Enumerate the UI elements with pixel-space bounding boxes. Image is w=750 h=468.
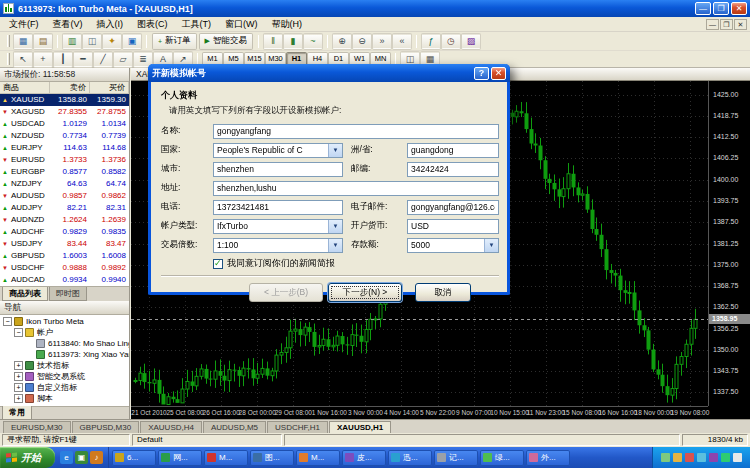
next-button[interactable]: 下一步(N) > xyxy=(328,283,402,302)
chart-tab-eurusd-m30[interactable]: EURUSD,M30 xyxy=(3,421,71,433)
address-field[interactable] xyxy=(213,181,499,196)
market-watch-row[interactable]: ▲GBPUSD1.60031.6008 xyxy=(0,250,129,262)
close-button[interactable] xyxy=(731,2,747,15)
expand-icon[interactable]: + xyxy=(14,372,23,381)
time-scale[interactable]: 21 Oct 201025 Oct 08:0026 Oct 16:0028 Oc… xyxy=(131,406,708,419)
zip-field[interactable] xyxy=(407,162,499,177)
chart-tab-gbpusd-m30[interactable]: GBPUSD,M30 xyxy=(72,421,140,433)
zoom-out-icon[interactable]: ⊖ xyxy=(353,34,371,49)
chart-tab-xauusd-h4[interactable]: XAUUSD,H4 xyxy=(140,421,202,433)
taskbar-task-button[interactable]: M... xyxy=(296,450,340,466)
chart-tab-xauusd-h1[interactable]: XAUUSD,H1 xyxy=(329,421,391,433)
newsletter-checkbox[interactable] xyxy=(213,259,223,269)
menu-tools[interactable]: 工具(T) xyxy=(175,17,219,32)
price-scale[interactable]: 1425.001418.751412.501406.251400.001393.… xyxy=(708,81,750,406)
tray-icon-2[interactable] xyxy=(673,453,682,462)
expert-advisors-button[interactable]: ▶智能交易 xyxy=(200,34,252,49)
navigator-icon[interactable]: ✦ xyxy=(103,34,121,49)
bar-chart-icon[interactable]: ‖ xyxy=(264,34,282,49)
currency-field[interactable] xyxy=(407,219,499,234)
collapse-icon[interactable]: − xyxy=(14,328,23,337)
state-field[interactable] xyxy=(407,143,499,158)
tree-item[interactable]: 6113973: Xing Xiao Yan xyxy=(0,349,129,360)
mdi-restore-button[interactable] xyxy=(720,19,733,30)
taskbar-task-button[interactable]: 图... xyxy=(250,450,294,466)
taskbar-task-button[interactable]: 6... xyxy=(112,450,156,466)
dialog-close-button[interactable] xyxy=(491,67,506,80)
horizontal-line-icon[interactable]: ━ xyxy=(74,52,92,67)
data-window-icon[interactable]: ◫ xyxy=(83,34,101,49)
market-watch-tab-1[interactable]: 商品列表 xyxy=(2,287,48,301)
line-chart-icon[interactable]: ~ xyxy=(304,34,322,49)
menu-insert[interactable]: 插入(I) xyxy=(90,17,131,32)
menu-file[interactable]: 文件(F) xyxy=(2,17,46,32)
trendline-icon[interactable]: ╱ xyxy=(94,52,112,67)
country-combobox[interactable]: People's Republic of C xyxy=(213,143,343,158)
expand-icon[interactable]: + xyxy=(14,394,23,403)
mdi-minimize-button[interactable] xyxy=(706,19,719,30)
market-watch-row[interactable]: ▲XAUUSD1358.801359.30 xyxy=(0,94,129,106)
market-watch-row[interactable]: ▼EURUSD1.37331.3736 xyxy=(0,154,129,166)
tree-item[interactable]: +脚本 xyxy=(0,393,129,404)
tray-icon-5[interactable] xyxy=(709,453,718,462)
column-bid[interactable]: 卖价 xyxy=(50,82,90,93)
taskbar-task-button[interactable]: M... xyxy=(204,450,248,466)
market-watch-row[interactable]: ▲AUDCAD0.99340.9940 xyxy=(0,274,129,286)
market-watch-row[interactable]: ▲EURJPY114.63114.68 xyxy=(0,142,129,154)
menu-view[interactable]: 查看(V) xyxy=(46,17,90,32)
zoom-in-icon[interactable]: ⊕ xyxy=(333,34,351,49)
market-watch-row[interactable]: ▼XAGUSD27.835527.8755 xyxy=(0,106,129,118)
tray-icon-6[interactable] xyxy=(721,453,730,462)
restore-button[interactable] xyxy=(713,2,729,15)
chevron-down-icon[interactable] xyxy=(328,144,342,157)
start-button[interactable]: 开始 xyxy=(0,447,55,468)
market-watch-row[interactable]: ▲USDCAD1.01291.0134 xyxy=(0,118,129,130)
crosshair-icon[interactable]: + xyxy=(34,52,52,67)
back-button[interactable]: < 上一步(B) xyxy=(249,283,323,302)
market-watch-row[interactable]: ▲NZDUSD0.77340.7739 xyxy=(0,130,129,142)
taskbar-task-button[interactable]: 皮... xyxy=(342,450,386,466)
account-type-combobox[interactable]: IfxTurbo xyxy=(213,219,343,234)
tree-item[interactable]: −Ikon Turbo Meta xyxy=(0,316,129,327)
candlestick-icon[interactable]: ▮ xyxy=(284,34,302,49)
tray-icon-3[interactable] xyxy=(685,453,694,462)
periods-icon[interactable]: ◷ xyxy=(442,34,460,49)
collapse-icon[interactable]: − xyxy=(3,317,12,326)
dialog-titlebar[interactable]: 开新模拟帐号 xyxy=(148,64,510,82)
market-watch-row[interactable]: ▼USDCHF0.98880.9892 xyxy=(0,262,129,274)
taskbar-task-button[interactable]: 绿... xyxy=(480,450,524,466)
navigator-tab-common[interactable]: 常用 xyxy=(2,406,32,420)
vertical-line-icon[interactable]: ┃ xyxy=(54,52,72,67)
market-watch-row[interactable]: ▲AUDCHF0.98290.9835 xyxy=(0,226,129,238)
templates-icon[interactable]: ▨ xyxy=(462,34,480,49)
market-watch-row[interactable]: ▲NZDJPY64.6364.74 xyxy=(0,178,129,190)
tray-icon-4[interactable] xyxy=(697,453,706,462)
taskbar-task-button[interactable]: 迅... xyxy=(388,450,432,466)
channel-icon[interactable]: ▱ xyxy=(114,52,132,67)
leverage-combobox[interactable]: 1:100 xyxy=(213,238,343,253)
auto-scroll-icon[interactable]: » xyxy=(373,34,391,49)
market-watch-row[interactable]: ▼AUDNZD1.26241.2639 xyxy=(0,214,129,226)
profiles-icon[interactable]: ▤ xyxy=(34,34,52,49)
tray-icon-1[interactable] xyxy=(661,453,670,462)
new-order-button[interactable]: +新订单 xyxy=(153,34,196,49)
menu-charts[interactable]: 图表(C) xyxy=(130,17,175,32)
expand-icon[interactable]: + xyxy=(14,383,23,392)
market-watch-icon[interactable]: ▥ xyxy=(63,34,81,49)
chevron-down-icon[interactable] xyxy=(328,220,342,233)
taskbar-task-button[interactable]: 外... xyxy=(526,450,570,466)
chart-tab-audusd-m5[interactable]: AUDUSD,M5 xyxy=(203,421,266,433)
tree-item[interactable]: −帐户 xyxy=(0,327,129,338)
cursor-icon[interactable]: ↖ xyxy=(14,52,32,67)
phone-field[interactable] xyxy=(213,200,343,215)
deposit-combobox[interactable]: 5000 xyxy=(407,238,499,253)
tray-icon-7[interactable] xyxy=(733,453,742,462)
tree-item[interactable]: 6113840: Mo Shao Ling xyxy=(0,338,129,349)
name-field[interactable] xyxy=(213,124,499,139)
menu-window[interactable]: 窗口(W) xyxy=(218,17,265,32)
chart-shift-icon[interactable]: « xyxy=(393,34,411,49)
taskbar-task-button[interactable]: 网... xyxy=(158,450,202,466)
tree-item[interactable]: +技术指标 xyxy=(0,360,129,371)
market-watch-tab-2[interactable]: 即时图 xyxy=(49,287,87,301)
indicators-icon[interactable]: ƒ xyxy=(422,34,440,49)
